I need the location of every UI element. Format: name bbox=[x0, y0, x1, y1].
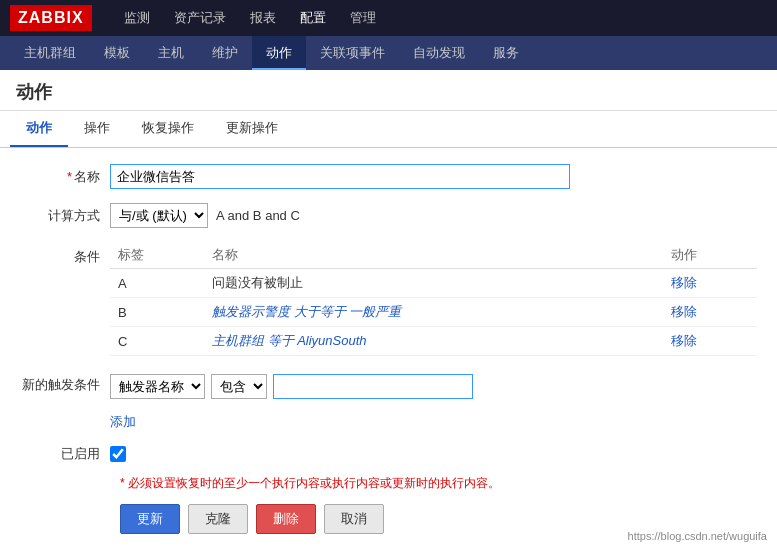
name-label: *名称 bbox=[20, 164, 110, 186]
add-condition-link[interactable]: 添加 bbox=[110, 413, 136, 431]
calc-select[interactable]: 与/或 (默认) bbox=[110, 203, 208, 228]
calc-inline: 与/或 (默认) A and B and C bbox=[110, 203, 757, 228]
sec-nav-actions[interactable]: 动作 bbox=[252, 36, 306, 70]
tab-bar: 动作 操作 恢复操作 更新操作 bbox=[0, 111, 777, 148]
tab-operation[interactable]: 操作 bbox=[68, 111, 126, 147]
watermark: https://blog.csdn.net/wuguifa bbox=[628, 530, 767, 542]
tab-action[interactable]: 动作 bbox=[10, 111, 68, 147]
trigger-type-select[interactable]: 触发器名称 bbox=[110, 374, 205, 399]
conditions-control-area: 标签 名称 动作 A 问题没有被制止 移除 B 触发器示警度 大于等于 一般严重… bbox=[110, 242, 757, 356]
required-star: * bbox=[67, 169, 72, 184]
row-tag-a: A bbox=[110, 269, 204, 298]
sec-nav-hosts[interactable]: 主机 bbox=[144, 36, 198, 70]
sec-nav-services[interactable]: 服务 bbox=[479, 36, 533, 70]
tab-update[interactable]: 更新操作 bbox=[210, 111, 294, 147]
new-trigger-input-row: 触发器名称 包含 bbox=[110, 374, 757, 399]
warning-text: * 必须设置恢复时的至少一个执行内容或执行内容或更新时的执行内容。 bbox=[20, 475, 757, 492]
delete-button[interactable]: 删除 bbox=[256, 504, 316, 534]
row-tag-b: B bbox=[110, 298, 204, 327]
nav-item-config[interactable]: 配置 bbox=[288, 0, 338, 36]
tab-recovery[interactable]: 恢复操作 bbox=[126, 111, 210, 147]
table-row: C 主机群组 等于 AliyunSouth 移除 bbox=[110, 327, 757, 356]
calc-row: 计算方式 与/或 (默认) A and B and C bbox=[20, 203, 757, 228]
row-action-c[interactable]: 移除 bbox=[663, 327, 757, 356]
nav-item-monitor[interactable]: 监测 bbox=[112, 0, 162, 36]
col-tag: 标签 bbox=[110, 242, 204, 269]
new-trigger-control-area: 触发器名称 包含 添加 bbox=[110, 370, 757, 431]
row-name-c: 主机群组 等于 AliyunSouth bbox=[204, 327, 663, 356]
cancel-button[interactable]: 取消 bbox=[324, 504, 384, 534]
enabled-label: 已启用 bbox=[20, 445, 110, 463]
top-nav: ZABBIX 监测 资产记录 报表 配置 管理 bbox=[0, 0, 777, 36]
row-tag-c: C bbox=[110, 327, 204, 356]
remove-link-a[interactable]: 移除 bbox=[671, 275, 697, 290]
update-button[interactable]: 更新 bbox=[120, 504, 180, 534]
nav-item-reports[interactable]: 报表 bbox=[238, 0, 288, 36]
sec-nav-templates[interactable]: 模板 bbox=[90, 36, 144, 70]
table-row: B 触发器示警度 大于等于 一般严重 移除 bbox=[110, 298, 757, 327]
enabled-row: 已启用 bbox=[20, 445, 757, 463]
name-row: *名称 bbox=[20, 164, 757, 189]
new-trigger-label: 新的触发条件 bbox=[20, 370, 110, 394]
table-row: A 问题没有被制止 移除 bbox=[110, 269, 757, 298]
logo: ZABBIX bbox=[10, 5, 92, 31]
calc-desc: A and B and C bbox=[216, 208, 300, 223]
clone-button[interactable]: 克隆 bbox=[188, 504, 248, 534]
col-name: 名称 bbox=[204, 242, 663, 269]
sec-nav-hostgroups[interactable]: 主机群组 bbox=[10, 36, 90, 70]
page-title: 动作 bbox=[16, 80, 761, 104]
sec-nav-discovery[interactable]: 自动发现 bbox=[399, 36, 479, 70]
sec-nav: 主机群组 模板 主机 维护 动作 关联项事件 自动发现 服务 bbox=[0, 36, 777, 70]
remove-link-b[interactable]: 移除 bbox=[671, 304, 697, 319]
page-title-bar: 动作 bbox=[0, 70, 777, 111]
name-control-area bbox=[110, 164, 757, 189]
sec-nav-maintenance[interactable]: 维护 bbox=[198, 36, 252, 70]
conditions-label: 条件 bbox=[20, 242, 110, 266]
content-area: *名称 计算方式 与/或 (默认) A and B and C 条件 标签 bbox=[0, 148, 777, 552]
remove-link-c[interactable]: 移除 bbox=[671, 333, 697, 348]
row-action-b[interactable]: 移除 bbox=[663, 298, 757, 327]
enabled-checkbox[interactable] bbox=[110, 446, 126, 462]
trigger-op-select[interactable]: 包含 bbox=[211, 374, 267, 399]
calc-control-area: 与/或 (默认) A and B and C bbox=[110, 203, 757, 228]
nav-item-admin[interactable]: 管理 bbox=[338, 0, 388, 36]
nav-item-assets[interactable]: 资产记录 bbox=[162, 0, 238, 36]
row-name-b: 触发器示警度 大于等于 一般严重 bbox=[204, 298, 663, 327]
name-input[interactable] bbox=[110, 164, 570, 189]
new-trigger-row: 新的触发条件 触发器名称 包含 添加 bbox=[20, 370, 757, 431]
col-action: 动作 bbox=[663, 242, 757, 269]
sec-nav-correlations[interactable]: 关联项事件 bbox=[306, 36, 399, 70]
trigger-value-input[interactable] bbox=[273, 374, 473, 399]
calc-label: 计算方式 bbox=[20, 203, 110, 225]
conditions-row: 条件 标签 名称 动作 A 问题没有被制止 移除 bbox=[20, 242, 757, 356]
conditions-table: 标签 名称 动作 A 问题没有被制止 移除 B 触发器示警度 大于等于 一般严重… bbox=[110, 242, 757, 356]
row-name-a: 问题没有被制止 bbox=[204, 269, 663, 298]
row-action-a[interactable]: 移除 bbox=[663, 269, 757, 298]
